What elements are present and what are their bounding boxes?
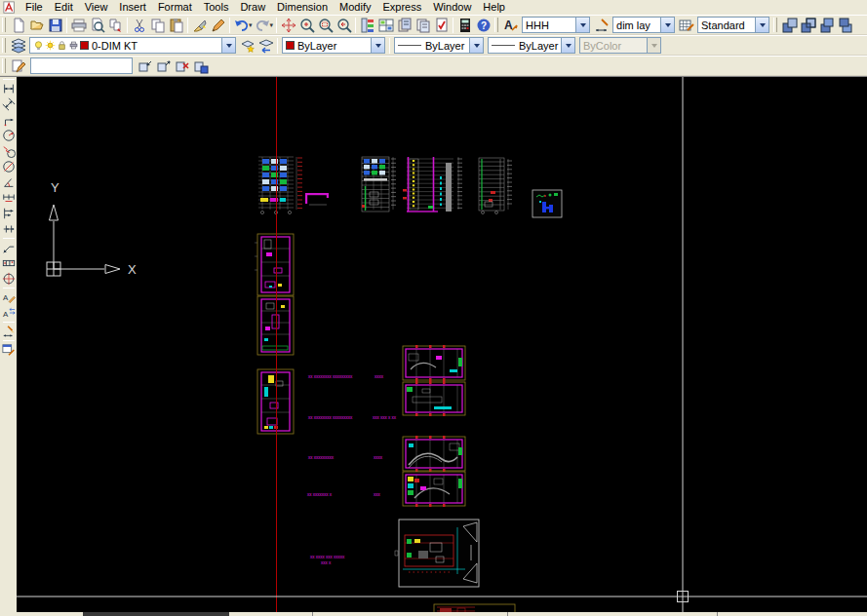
menu-item-format[interactable]: Format — [152, 0, 198, 15]
dimension-edit-button[interactable]: A — [1, 289, 17, 305]
draw-order-under-button[interactable] — [836, 16, 854, 34]
menu-item-help[interactable]: Help — [477, 0, 511, 15]
menu-item-edit[interactable]: Edit — [49, 0, 79, 15]
continue-dimension-button[interactable] — [1, 221, 17, 237]
zoom-previous-button[interactable] — [335, 16, 353, 34]
menu-item-insert[interactable]: Insert — [113, 0, 152, 15]
new-button[interactable] — [9, 16, 27, 34]
menu-item-express[interactable]: Express — [376, 0, 427, 15]
quickcalc-button[interactable] — [455, 16, 474, 34]
designcenter-button[interactable] — [376, 16, 395, 34]
combo-arrow-icon[interactable] — [575, 18, 589, 32]
table-style-combo[interactable]: Standard — [697, 17, 769, 33]
toolbar-grip[interactable] — [2, 18, 6, 32]
layers-button[interactable] — [9, 36, 27, 55]
save-button[interactable] — [46, 16, 64, 34]
combo-arrow-icon[interactable] — [561, 38, 574, 53]
center-mark-button[interactable] — [1, 271, 17, 287]
refedit-reference-input[interactable] — [30, 58, 133, 74]
drawing-canvas[interactable]: xx xxxxxxxx xxxxxxxxx xxxx xx xxxxxxxx x… — [17, 77, 867, 613]
cut-button[interactable] — [130, 16, 148, 34]
text-style-button[interactable]: A — [501, 16, 520, 34]
tolerance-button[interactable] — [1, 255, 17, 271]
properties-button[interactable] — [358, 16, 376, 34]
menu-item-file[interactable]: File — [20, 0, 49, 15]
layer-on-icon[interactable] — [33, 40, 44, 51]
lineweight-combo[interactable]: ByLayer — [488, 37, 575, 54]
elevation-drawing-2 — [362, 157, 396, 212]
dim-style-combo[interactable]: dim lay — [612, 17, 675, 33]
plot-button[interactable] — [69, 16, 88, 34]
menu-item-dimension[interactable]: Dimension — [271, 0, 334, 15]
draw-order-back-button[interactable] — [799, 16, 817, 34]
copy-icon — [149, 17, 166, 33]
dimension-text-edit-button[interactable]: A — [1, 305, 17, 321]
layout-tab-partial[interactable] — [83, 612, 229, 616]
diameter-dimension-button[interactable] — [1, 159, 17, 174]
zoom-realtime-button[interactable] — [297, 16, 316, 34]
combo-arrow-icon[interactable] — [371, 38, 384, 53]
layer-combo[interactable]: 0-DIM KT — [29, 37, 236, 54]
angular-dimension-button[interactable] — [1, 174, 17, 190]
radius-dimension-button[interactable] — [1, 128, 17, 143]
help-button[interactable]: ? — [474, 16, 493, 34]
quick-dimension-button[interactable] — [1, 190, 17, 206]
dim-style-button[interactable] — [592, 16, 611, 34]
toolbar-grip[interactable] — [2, 58, 6, 73]
combo-arrow-icon[interactable] — [755, 18, 768, 32]
quick-leader-button[interactable] — [1, 240, 17, 255]
add-to-workset-button[interactable] — [136, 57, 154, 75]
menu-item-view[interactable]: View — [79, 0, 114, 15]
make-current-button[interactable] — [238, 36, 256, 55]
dropdown-arrow-icon[interactable]: ▾ — [249, 21, 253, 29]
toolbar-grip[interactable] — [773, 18, 777, 32]
redo-button[interactable]: ▾ — [254, 16, 275, 34]
layer-freeze-icon[interactable] — [45, 40, 56, 51]
refedit-button[interactable] — [9, 57, 27, 75]
annotation-text: xxx xxx x xx — [373, 415, 397, 420]
table-style-button[interactable] — [677, 16, 695, 34]
layer-lock-icon[interactable] — [57, 40, 67, 51]
linetype-combo[interactable]: ByLayer — [394, 37, 484, 54]
menu-item-window[interactable]: Window — [427, 0, 477, 15]
color-control-combo[interactable]: ByLayer — [282, 37, 385, 54]
copy-button[interactable] — [148, 16, 167, 34]
text-style-combo[interactable]: HHH — [522, 17, 590, 33]
dimension-update-button[interactable] — [1, 324, 17, 339]
tool-palettes-button[interactable] — [395, 16, 414, 34]
jogged-dimension-button[interactable] — [1, 143, 17, 159]
menu-item-tools[interactable]: Tools — [198, 0, 235, 15]
block-editor-button[interactable] — [209, 16, 227, 34]
undo-button[interactable]: ▾ — [232, 16, 254, 34]
pan-button[interactable] — [279, 16, 297, 34]
save-back-button[interactable] — [191, 57, 210, 75]
combo-arrow-icon[interactable] — [469, 38, 483, 53]
combo-arrow-icon[interactable] — [660, 18, 674, 32]
combo-arrow-icon[interactable] — [221, 38, 235, 53]
autocad-logo-icon — [3, 1, 17, 14]
layer-plot-icon[interactable] — [68, 40, 79, 51]
toolbar-grip[interactable] — [494, 18, 498, 32]
menu-item-modify[interactable]: Modify — [334, 0, 376, 15]
aligned-dimension-button[interactable] — [1, 96, 17, 112]
match-properties-button[interactable] — [190, 16, 209, 34]
dimension-style-mgr-button[interactable] — [1, 342, 17, 358]
menu-item-draw[interactable]: Draw — [234, 0, 271, 15]
zoom-window-button[interactable] — [316, 16, 335, 34]
markup-button[interactable] — [432, 16, 451, 34]
toolbar-grip[interactable] — [2, 38, 6, 53]
layer-previous-button[interactable] — [256, 36, 275, 55]
preview-button[interactable] — [88, 16, 106, 34]
discard-changes-button[interactable] — [173, 57, 191, 75]
paste-button[interactable] — [167, 16, 185, 34]
sheetset-button[interactable] — [414, 16, 432, 34]
remove-from-workset-button[interactable] — [154, 57, 173, 75]
ordinate-dimension-button[interactable] — [1, 112, 17, 128]
draw-order-above-button[interactable] — [817, 16, 836, 34]
open-button[interactable] — [27, 16, 46, 34]
draw-order-front-button[interactable] — [780, 16, 799, 34]
publish-button[interactable] — [106, 16, 125, 34]
baseline-dimension-button[interactable] — [1, 206, 17, 221]
linear-dimension-button[interactable] — [1, 81, 17, 96]
dropdown-arrow-icon[interactable]: ▾ — [270, 21, 274, 29]
